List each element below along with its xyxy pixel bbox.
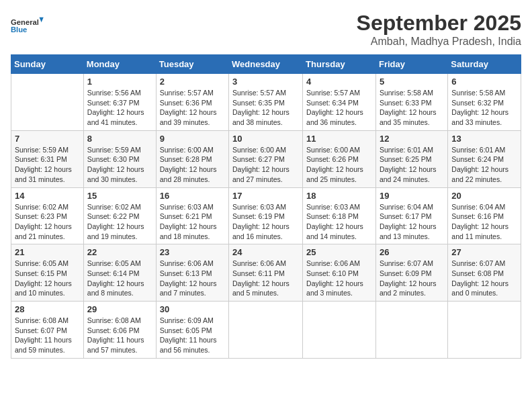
calendar-cell: 14Sunrise: 6:02 AMSunset: 6:23 PMDayligh… [11, 187, 84, 244]
day-info: Sunrise: 6:04 AMSunset: 6:16 PMDaylight:… [451, 202, 517, 242]
day-number: 5 [380, 77, 444, 87]
day-number: 20 [451, 191, 517, 201]
weekday-header: Friday [375, 55, 447, 74]
calendar-cell: 15Sunrise: 6:02 AMSunset: 6:22 PMDayligh… [83, 187, 156, 244]
day-number: 14 [15, 191, 80, 201]
weekday-header: Sunday [11, 55, 84, 74]
svg-text:Blue: Blue [11, 26, 27, 34]
day-number: 28 [15, 304, 80, 314]
day-info: Sunrise: 5:58 AMSunset: 6:32 PMDaylight:… [451, 88, 517, 128]
svg-text:General: General [11, 18, 39, 26]
day-info: Sunrise: 6:04 AMSunset: 6:17 PMDaylight:… [380, 202, 444, 242]
day-info: Sunrise: 5:57 AMSunset: 6:36 PMDaylight:… [160, 88, 225, 128]
day-number: 4 [306, 77, 372, 87]
day-info: Sunrise: 5:58 AMSunset: 6:33 PMDaylight:… [380, 88, 444, 128]
calendar-cell: 7Sunrise: 5:59 AMSunset: 6:31 PMDaylight… [11, 130, 84, 187]
calendar-cell: 8Sunrise: 5:59 AMSunset: 6:30 PMDaylight… [83, 130, 156, 187]
calendar-week-row: 21Sunrise: 6:05 AMSunset: 6:15 PMDayligh… [11, 244, 521, 302]
day-info: Sunrise: 6:02 AMSunset: 6:23 PMDaylight:… [15, 202, 80, 242]
calendar-cell: 19Sunrise: 6:04 AMSunset: 6:17 PMDayligh… [375, 187, 447, 244]
calendar-table: SundayMondayTuesdayWednesdayThursdayFrid… [11, 54, 521, 359]
month-title: September 2025 [357, 11, 521, 36]
calendar-cell: 18Sunrise: 6:03 AMSunset: 6:18 PMDayligh… [303, 187, 376, 244]
weekday-header: Wednesday [229, 55, 303, 74]
day-number: 19 [380, 191, 444, 201]
calendar-week-row: 7Sunrise: 5:59 AMSunset: 6:31 PMDaylight… [11, 130, 521, 187]
calendar-cell: 9Sunrise: 6:00 AMSunset: 6:28 PMDaylight… [156, 130, 228, 187]
day-number: 9 [160, 134, 225, 144]
weekday-header: Tuesday [156, 55, 228, 74]
calendar-week-row: 14Sunrise: 6:02 AMSunset: 6:23 PMDayligh… [11, 187, 521, 244]
day-number: 13 [451, 134, 517, 144]
calendar-week-row: 28Sunrise: 6:08 AMSunset: 6:07 PMDayligh… [11, 302, 521, 359]
day-info: Sunrise: 5:57 AMSunset: 6:35 PMDaylight:… [232, 88, 299, 128]
day-info: Sunrise: 6:06 AMSunset: 6:10 PMDaylight:… [306, 259, 372, 298]
svg-marker-2 [40, 17, 44, 23]
day-number: 6 [451, 77, 517, 87]
day-number: 27 [451, 247, 517, 257]
day-info: Sunrise: 6:07 AMSunset: 6:09 PMDaylight:… [380, 259, 444, 298]
day-number: 3 [232, 77, 299, 87]
calendar-cell: 24Sunrise: 6:06 AMSunset: 6:11 PMDayligh… [229, 244, 303, 302]
day-number: 11 [306, 134, 372, 144]
weekday-header: Monday [83, 55, 156, 74]
day-info: Sunrise: 6:01 AMSunset: 6:25 PMDaylight:… [380, 145, 444, 185]
day-number: 10 [232, 134, 299, 144]
calendar-cell: 5Sunrise: 5:58 AMSunset: 6:33 PMDaylight… [375, 74, 447, 131]
calendar-cell: 2Sunrise: 5:57 AMSunset: 6:36 PMDaylight… [156, 74, 228, 131]
calendar-cell: 16Sunrise: 6:03 AMSunset: 6:21 PMDayligh… [156, 187, 228, 244]
day-info: Sunrise: 6:02 AMSunset: 6:22 PMDaylight:… [87, 202, 152, 242]
calendar-cell: 12Sunrise: 6:01 AMSunset: 6:25 PMDayligh… [375, 130, 447, 187]
logo: General Blue [11, 11, 44, 41]
day-info: Sunrise: 5:57 AMSunset: 6:34 PMDaylight:… [306, 88, 372, 128]
day-number: 1 [87, 77, 152, 87]
calendar-cell: 3Sunrise: 5:57 AMSunset: 6:35 PMDaylight… [229, 74, 303, 131]
day-number: 16 [160, 191, 225, 201]
calendar-cell: 6Sunrise: 5:58 AMSunset: 6:32 PMDaylight… [448, 74, 521, 131]
day-info: Sunrise: 6:00 AMSunset: 6:28 PMDaylight:… [160, 145, 225, 185]
calendar-cell: 11Sunrise: 6:00 AMSunset: 6:26 PMDayligh… [303, 130, 376, 187]
day-number: 21 [15, 247, 80, 257]
calendar-cell: 17Sunrise: 6:03 AMSunset: 6:19 PMDayligh… [229, 187, 303, 244]
header: General Blue September 2025 Ambah, Madhy… [11, 11, 521, 48]
day-number: 12 [380, 134, 444, 144]
calendar-cell: 1Sunrise: 5:56 AMSunset: 6:37 PMDaylight… [83, 74, 156, 131]
calendar-cell [448, 302, 521, 359]
calendar-cell: 22Sunrise: 6:05 AMSunset: 6:14 PMDayligh… [83, 244, 156, 302]
day-number: 29 [87, 304, 152, 314]
day-number: 17 [232, 191, 299, 201]
calendar-cell: 10Sunrise: 6:00 AMSunset: 6:27 PMDayligh… [229, 130, 303, 187]
day-number: 18 [306, 191, 372, 201]
title-area: September 2025 Ambah, Madhya Pradesh, In… [357, 11, 521, 48]
day-info: Sunrise: 6:00 AMSunset: 6:27 PMDaylight:… [232, 145, 299, 185]
calendar-cell: 30Sunrise: 6:09 AMSunset: 6:05 PMDayligh… [156, 302, 228, 359]
day-info: Sunrise: 6:03 AMSunset: 6:19 PMDaylight:… [232, 202, 299, 242]
day-info: Sunrise: 6:07 AMSunset: 6:08 PMDaylight:… [451, 259, 517, 298]
day-number: 24 [232, 247, 299, 257]
calendar-week-row: 1Sunrise: 5:56 AMSunset: 6:37 PMDaylight… [11, 74, 521, 131]
calendar-cell: 27Sunrise: 6:07 AMSunset: 6:08 PMDayligh… [448, 244, 521, 302]
day-info: Sunrise: 5:59 AMSunset: 6:30 PMDaylight:… [87, 145, 152, 185]
day-number: 25 [306, 247, 372, 257]
day-number: 2 [160, 77, 225, 87]
calendar-cell: 28Sunrise: 6:08 AMSunset: 6:07 PMDayligh… [11, 302, 84, 359]
day-number: 23 [160, 247, 225, 257]
day-info: Sunrise: 6:09 AMSunset: 6:05 PMDaylight:… [160, 316, 225, 355]
calendar-cell: 4Sunrise: 5:57 AMSunset: 6:34 PMDaylight… [303, 74, 376, 131]
weekday-header: Thursday [303, 55, 376, 74]
day-info: Sunrise: 6:05 AMSunset: 6:14 PMDaylight:… [87, 259, 152, 298]
weekday-header: Saturday [448, 55, 521, 74]
day-number: 15 [87, 191, 152, 201]
weekday-header-row: SundayMondayTuesdayWednesdayThursdayFrid… [11, 55, 521, 74]
day-info: Sunrise: 6:00 AMSunset: 6:26 PMDaylight:… [306, 145, 372, 185]
calendar-cell [303, 302, 376, 359]
day-info: Sunrise: 6:08 AMSunset: 6:06 PMDaylight:… [87, 316, 152, 355]
calendar-cell: 21Sunrise: 6:05 AMSunset: 6:15 PMDayligh… [11, 244, 84, 302]
day-info: Sunrise: 6:05 AMSunset: 6:15 PMDaylight:… [15, 259, 80, 298]
day-number: 7 [15, 134, 80, 144]
calendar-cell [11, 74, 84, 131]
calendar-cell [375, 302, 447, 359]
day-info: Sunrise: 6:06 AMSunset: 6:13 PMDaylight:… [160, 259, 225, 298]
calendar-cell: 20Sunrise: 6:04 AMSunset: 6:16 PMDayligh… [448, 187, 521, 244]
day-info: Sunrise: 6:08 AMSunset: 6:07 PMDaylight:… [15, 316, 80, 355]
